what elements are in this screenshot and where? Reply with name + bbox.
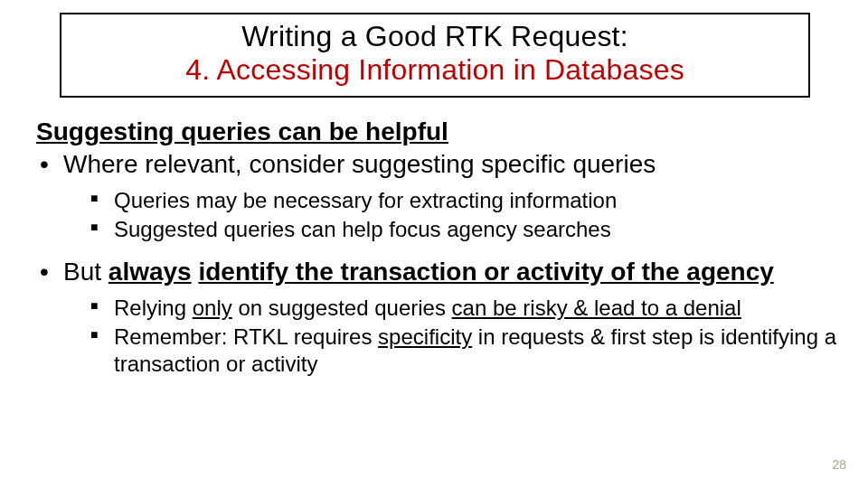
subheading: Suggesting queries can be helpful: [36, 117, 841, 146]
bullet-item-1: Where relevant, consider suggesting spec…: [36, 148, 841, 243]
sub-bullet-1-2: Suggested queries can help focus agency …: [63, 216, 841, 243]
sb21-a: Relying: [114, 296, 193, 320]
slide-title-line2: 4. Accessing Information in Databases: [71, 53, 799, 87]
page-number: 28: [832, 457, 846, 472]
bullet-1-text: Where relevant, consider suggesting spec…: [63, 150, 656, 178]
slide-title-box: Writing a Good RTK Request: 4. Accessing…: [60, 13, 810, 98]
bullet-2-rest: identify the transaction or activity of …: [198, 258, 773, 286]
slide-title-line1: Writing a Good RTK Request:: [71, 20, 799, 53]
sb22-spec: specificity: [378, 324, 472, 349]
sub-bullet-list-1: Queries may be necessary for extracting …: [63, 187, 841, 243]
sub-bullet-2-1: Relying only on suggested queries can be…: [63, 295, 841, 322]
slide: Writing a Good RTK Request: 4. Accessing…: [0, 0, 868, 488]
sb22-a: Remember: RTKL requires: [114, 324, 378, 349]
slide-body: Suggesting queries can be helpful Where …: [36, 117, 841, 390]
bullet-list: Where relevant, consider suggesting spec…: [36, 148, 841, 378]
bullet-item-2: But always identify the transaction or a…: [36, 256, 841, 378]
bullet-2-pre: But: [63, 258, 108, 286]
sub-bullet-list-2: Relying only on suggested queries can be…: [63, 295, 841, 378]
sub-bullet-1-1: Queries may be necessary for extracting …: [63, 187, 841, 214]
sb21-only: only: [193, 296, 232, 320]
bullet-2-always: always: [108, 258, 192, 286]
sb21-b: on suggested queries: [232, 296, 452, 320]
sub-bullet-2-2: Remember: RTKL requires specificity in r…: [63, 324, 841, 378]
sb21-risk: can be risky & lead to a denial: [452, 296, 741, 320]
